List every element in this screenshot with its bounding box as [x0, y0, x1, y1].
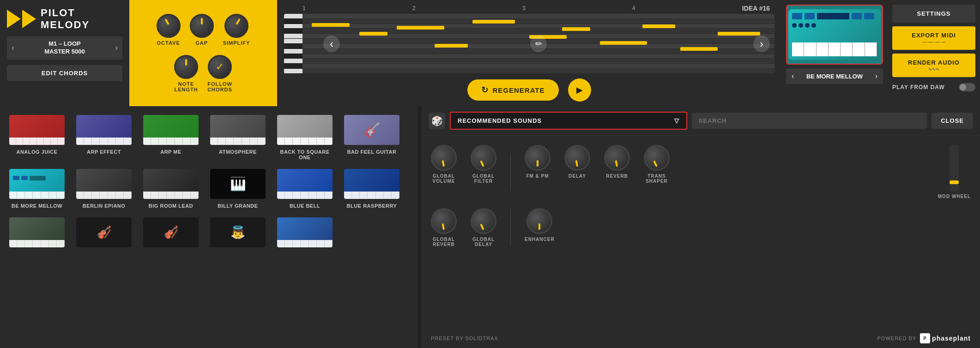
preset-info: PRESET BY SOLIDTRAX POWERED BY P phasepl…	[422, 329, 980, 348]
roll-prev-button[interactable]: ‹	[323, 36, 340, 52]
app-logo	[7, 10, 36, 28]
synth-image-box	[786, 5, 883, 65]
mod-wheel[interactable]	[950, 145, 959, 191]
reverb-knob[interactable]	[604, 145, 630, 171]
trans-shaper-knob-container: TRANS SHAPER	[644, 145, 670, 184]
list-item[interactable]: ARP EFFECT	[74, 113, 134, 160]
piano-roll-section: 1 2 3 4 IDEA #16	[277, 0, 781, 106]
global-volume-label: GLOBAL VOLUME	[433, 174, 455, 184]
recommended-label: RECOMMENDED SOUNDS	[458, 117, 542, 124]
title-melody: MELODY	[41, 19, 90, 31]
follow-chords-knob[interactable]: ✓	[208, 55, 232, 79]
note-length-knob[interactable]	[174, 55, 198, 79]
title-pilot: PILOT	[41, 7, 90, 19]
global-delay-knob[interactable]	[471, 208, 496, 234]
roll-next-button[interactable]: ›	[753, 36, 770, 52]
instrument-row-1: ANALOG JUICE ARP EFFECT ARP ME	[7, 113, 411, 160]
search-input[interactable]	[692, 113, 927, 129]
list-item[interactable]: 🎹 BILLY GRANDE	[208, 167, 268, 209]
play-from-daw-toggle[interactable]	[959, 83, 975, 91]
phaseplant-logo: P phaseplant	[920, 333, 971, 343]
mod-wheel-indicator	[950, 180, 959, 184]
fm-pm-label: FM & PM	[526, 174, 549, 179]
trans-shaper-label: TRANS SHAPER	[646, 174, 668, 184]
knobs-row-1: OCTAVE GAP SIMPLIFY	[157, 14, 250, 46]
loop-selector[interactable]: ‹ M1 – LOOP MASTER 5000 ›	[7, 36, 122, 60]
instrument-label: BACK TO SQUARE ONE	[275, 149, 335, 160]
list-item[interactable]: 🎻	[74, 216, 134, 252]
roll-edit-button[interactable]: ✏	[530, 36, 547, 52]
global-filter-knob-container: GLOBAL FILTER	[471, 145, 496, 184]
delay-knob[interactable]	[564, 145, 590, 171]
knobs-row-2: GLOBAL REVERB GLOBAL DELAY ENHANCER	[431, 208, 971, 247]
trans-shaper-knob[interactable]	[644, 145, 670, 171]
list-item[interactable]: 🎻	[141, 216, 201, 252]
global-delay-label: GLOBAL DELAY	[472, 237, 495, 247]
edit-chords-button[interactable]: EDIT CHORDS	[7, 65, 122, 81]
roll-controls: ↻ REGENERATE ▶	[284, 78, 774, 102]
knobs-row-2: NOTE LENGTH ✓ FOLLOW CHORDS	[174, 55, 232, 92]
global-volume-knob-container: GLOBAL VOLUME	[431, 145, 457, 184]
list-item[interactable]: BIG ROOM LEAD	[141, 167, 201, 209]
fm-pm-knob[interactable]	[525, 145, 550, 171]
reverb-knob-container: REVERB	[604, 145, 630, 179]
instrument-label: BIG ROOM LEAD	[149, 203, 193, 209]
delay-label: DELAY	[569, 174, 586, 179]
export-midi-button[interactable]: EXPORT MIDI — ·—· —· —	[892, 26, 975, 50]
regenerate-button[interactable]: ↻ REGENERATE	[467, 79, 558, 101]
list-item[interactable]	[7, 216, 67, 252]
simplify-knob[interactable]	[224, 14, 248, 38]
list-item[interactable]: BLUE BELL	[275, 167, 335, 209]
list-item[interactable]	[275, 216, 335, 252]
global-reverb-knob[interactable]	[431, 208, 457, 234]
regen-label: REGENERATE	[492, 86, 544, 94]
gap-knob[interactable]	[190, 14, 214, 38]
gap-label: GAP	[195, 40, 208, 46]
app-title: PILOT MELODY	[7, 7, 90, 31]
dropdown-chevron-icon: ▽	[674, 117, 679, 124]
settings-button[interactable]: SETTINGS	[892, 5, 975, 23]
global-volume-knob[interactable]	[431, 145, 457, 171]
render-audio-button[interactable]: RENDER AUDIO ∿∿∿	[892, 54, 975, 77]
list-item[interactable]: ARP ME	[141, 113, 201, 160]
recommended-dropdown[interactable]: RECOMMENDED SOUNDS ▽	[450, 112, 687, 130]
list-item[interactable]: BE MORE MELLOW	[7, 167, 67, 209]
synth-prev-button[interactable]: ‹	[792, 72, 794, 80]
play-from-daw-label: PLAY FROM DAW	[892, 84, 945, 90]
knobs-divider-2	[510, 209, 511, 246]
play-button[interactable]: ▶	[568, 78, 591, 102]
octave-knob[interactable]	[157, 14, 181, 38]
enhancer-knob[interactable]	[526, 208, 552, 234]
beat-4: 4	[632, 5, 742, 12]
octave-label: OCTAVE	[157, 40, 180, 46]
global-filter-knob[interactable]	[471, 145, 496, 171]
instrument-row-2: BE MORE MELLOW BERLIN EPIANO BIG ROOM LE…	[7, 167, 411, 209]
list-item[interactable]: ANALOG JUICE	[7, 113, 67, 160]
powered-by: POWERED BY P phaseplant	[877, 333, 971, 343]
instrument-label: ANALOG JUICE	[16, 149, 57, 155]
instrument-label: ARP EFFECT	[87, 149, 121, 155]
play-from-daw-row: PLAY FROM DAW	[892, 81, 975, 94]
dice-icon[interactable]: 🎲	[429, 113, 445, 129]
knobs-divider	[510, 154, 511, 191]
instrument-label: ATMOSPHERE	[219, 149, 257, 155]
loop-prev-button[interactable]: ‹	[12, 43, 14, 53]
synth-next-button[interactable]: ›	[875, 72, 877, 80]
list-item[interactable]: 🎸 BAD FEEL GUITAR	[342, 113, 402, 160]
list-item[interactable]: BERLIN EPIANO	[74, 167, 134, 209]
list-item[interactable]: BLUE RASPBERRY	[342, 167, 402, 209]
loop-next-button[interactable]: ›	[115, 43, 118, 53]
synth-nav: ‹ BE MORE MELLOW ›	[786, 68, 883, 84]
close-button[interactable]: CLOSE	[932, 113, 973, 129]
beat-2: 2	[412, 5, 522, 12]
piano-keys	[284, 14, 302, 74]
follow-chords-label: FOLLOW CHORDS	[207, 81, 232, 92]
list-item[interactable]: ATMOSPHERE	[208, 113, 268, 160]
global-delay-knob-container: GLOBAL DELAY	[471, 208, 496, 247]
list-item[interactable]: BACK TO SQUARE ONE	[275, 113, 335, 160]
enhancer-label: ENHANCER	[525, 237, 555, 242]
regen-icon: ↻	[481, 85, 489, 95]
list-item[interactable]: 👼	[208, 216, 268, 252]
powered-by-label: POWERED BY	[877, 336, 917, 341]
beat-3: 3	[522, 5, 632, 12]
